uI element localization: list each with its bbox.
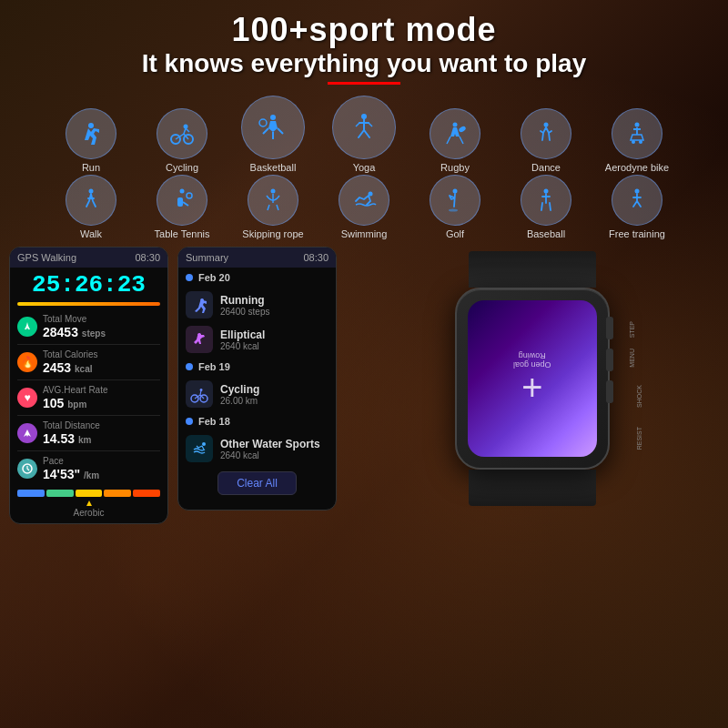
- sport-swimming: Swimming: [323, 175, 405, 239]
- watch-band-bot: [469, 470, 596, 506]
- sport-walk: Walk: [50, 175, 132, 239]
- svg-point-10: [635, 123, 640, 127]
- summary-water-info: Other Water Sports 2640 kcal: [220, 438, 329, 460]
- svg-point-21: [544, 189, 549, 194]
- sport-icon-table-tennis: [157, 175, 207, 226]
- date-text-feb18: Feb 18: [198, 416, 230, 427]
- gps-pace-value: 14'53" /km: [43, 467, 99, 481]
- watch-btn-menu: [606, 349, 613, 371]
- watch-label-menu: MENU: [629, 349, 635, 368]
- watch-text-open-goal: Open goal: [513, 360, 551, 369]
- svg-point-16: [187, 193, 192, 198]
- summary-elliptical: Elliptical 2640 kcal: [178, 322, 336, 357]
- gps-pace-color-bar: [17, 490, 160, 497]
- sport-aerodyne: Aerodyne bike: [596, 108, 678, 173]
- sports-grid: Run Cycling Basketball Yog: [0, 96, 728, 239]
- sport-label-table-tennis: Table Tennis: [155, 228, 210, 239]
- clear-all-button[interactable]: Clear All: [217, 471, 297, 495]
- gps-distance-icon: [17, 423, 37, 443]
- sport-icon-cycling: [157, 108, 207, 159]
- watch-btn-step: [606, 317, 613, 339]
- gps-move-text: Total Move 28453 steps: [43, 314, 106, 339]
- sport-icon-dance: [521, 108, 571, 159]
- svg-point-14: [180, 189, 185, 194]
- pace-seg-1: [17, 490, 45, 497]
- gps-calories-text: Total Calories 2453 kcal: [43, 349, 98, 375]
- gps-move-icon: [17, 317, 37, 337]
- summary-elliptical-val: 2640 kcal: [220, 341, 329, 351]
- gps-heart-icon: ♥: [17, 388, 37, 408]
- gps-move-value: 28453 steps: [43, 325, 106, 339]
- sport-rugby: Rugby: [414, 108, 496, 173]
- gps-stat-pace: Pace 14'53" /km: [10, 453, 167, 484]
- sport-yoga: Yoga: [323, 96, 405, 173]
- gps-stat-heart: ♥ AVG.Heart Rate 105 bpm: [10, 382, 167, 413]
- sport-label-golf: Golf: [446, 228, 464, 239]
- sport-icon-rugby: [430, 108, 480, 159]
- svg-point-3: [184, 125, 188, 129]
- svg-point-13: [89, 189, 94, 194]
- sport-label-cycling: Cycling: [166, 162, 198, 173]
- watch-label-resist: RESIST: [636, 427, 642, 450]
- sport-icon-run: [66, 108, 116, 159]
- svg-point-11: [632, 140, 635, 144]
- sport-label-yoga: Yoga: [353, 162, 376, 173]
- gps-time: 08:30: [135, 252, 160, 263]
- sport-icon-yoga: [332, 96, 396, 159]
- svg-point-7: [453, 123, 458, 127]
- gps-calories-label: Total Calories: [43, 349, 98, 360]
- sport-table-tennis: Table Tennis: [141, 175, 223, 239]
- svg-point-22: [635, 189, 640, 194]
- pace-seg-2: [46, 490, 74, 497]
- sports-row-2: Walk Table Tennis Skipping rope: [50, 175, 678, 239]
- header-title-line2: It knows everything you want to play: [0, 49, 728, 78]
- summary-elliptical-info: Elliptical 2640 kcal: [220, 329, 329, 351]
- sport-icon-aerodyne: [612, 108, 662, 159]
- sport-label-dance: Dance: [531, 162, 561, 173]
- summary-title: Summary: [186, 252, 228, 263]
- summary-water-icon: [186, 435, 213, 462]
- pace-seg-4: [104, 490, 131, 497]
- watch-label-step: STEP: [629, 321, 635, 338]
- sport-label-walk: Walk: [80, 228, 102, 239]
- watch-container: + Open goal Rowing STEP MENU SHOCK RESIS…: [346, 247, 719, 511]
- date-text-feb19: Feb 19: [198, 361, 230, 372]
- header-section: 100+sport mode It knows everything you w…: [0, 0, 728, 96]
- svg-point-19: [453, 189, 458, 194]
- gps-move-label: Total Move: [43, 314, 106, 325]
- svg-point-9: [544, 123, 549, 127]
- summary-cycling-icon: [186, 380, 213, 408]
- sport-icon-skipping: [248, 175, 298, 226]
- watch-text-rowing: Rowing: [513, 351, 551, 360]
- sport-label-run: Run: [82, 162, 100, 173]
- date-dot-feb18: [186, 418, 193, 425]
- watch-label-shock: SHOCK: [636, 385, 642, 408]
- summary-water-name: Other Water Sports: [220, 438, 329, 450]
- sport-free-training: Free training: [596, 175, 678, 239]
- summary-screen: Summary 08:30 Feb 20 Running 26400 steps: [177, 247, 337, 511]
- sport-basketball: Basketball: [232, 96, 314, 173]
- watch-btn-shock: [606, 380, 613, 403]
- sport-label-baseball: Baseball: [527, 228, 565, 239]
- sport-run: Run: [50, 108, 132, 173]
- gps-distance-text: Total Distance 14.53 km: [43, 420, 100, 446]
- summary-running-info: Running 26400 steps: [220, 294, 329, 317]
- sport-label-rugby: Rugby: [440, 162, 470, 173]
- summary-date-feb20: Feb 20: [178, 268, 336, 288]
- gps-heart-text: AVG.Heart Rate 105 bpm: [43, 385, 108, 410]
- summary-date-feb18: Feb 18: [178, 411, 336, 431]
- header-title-line1: 100+sport mode: [0, 11, 728, 49]
- pace-seg-5: [133, 490, 160, 497]
- summary-water-val: 2640 kcal: [220, 450, 329, 460]
- sport-icon-walk: [66, 175, 116, 226]
- gps-heart-label: AVG.Heart Rate: [43, 385, 108, 396]
- sport-cycling: Cycling: [141, 108, 223, 173]
- sports-row-1: Run Cycling Basketball Yog: [50, 96, 678, 173]
- summary-time: 08:30: [303, 252, 329, 263]
- summary-cycling-info: Cycling 26.00 km: [220, 383, 329, 406]
- sport-label-swimming: Swimming: [341, 228, 388, 239]
- red-underline-decoration: [328, 82, 400, 85]
- sport-label-free-training: Free training: [609, 228, 665, 239]
- summary-water-sports: Other Water Sports 2640 kcal: [178, 431, 336, 466]
- summary-date-feb19: Feb 19: [178, 357, 336, 377]
